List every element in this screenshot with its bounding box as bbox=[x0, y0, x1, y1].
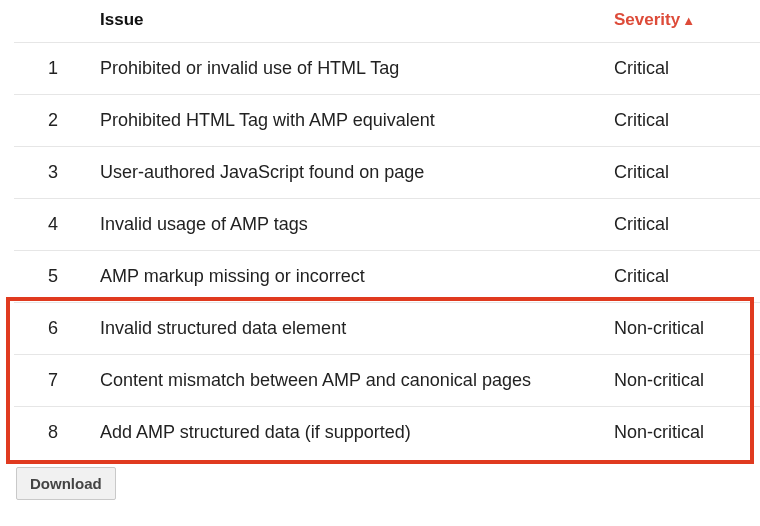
table-row[interactable]: 2Prohibited HTML Tag with AMP equivalent… bbox=[14, 95, 760, 147]
column-header-severity[interactable]: Severity▲ bbox=[606, 6, 760, 43]
row-issue: Prohibited HTML Tag with AMP equivalent bbox=[92, 95, 606, 147]
row-severity: Critical bbox=[606, 43, 760, 95]
row-issue: User-authored JavaScript found on page bbox=[92, 147, 606, 199]
row-issue: AMP markup missing or incorrect bbox=[92, 251, 606, 303]
row-number: 1 bbox=[14, 43, 92, 95]
sort-ascending-icon: ▲ bbox=[682, 13, 695, 28]
table-row[interactable]: 8Add AMP structured data (if supported)N… bbox=[14, 407, 760, 459]
row-severity: Non-critical bbox=[606, 303, 760, 355]
row-issue: Add AMP structured data (if supported) bbox=[92, 407, 606, 459]
row-severity: Critical bbox=[606, 95, 760, 147]
row-number: 3 bbox=[14, 147, 92, 199]
table-row[interactable]: 6Invalid structured data elementNon-crit… bbox=[14, 303, 760, 355]
table-row[interactable]: 5AMP markup missing or incorrectCritical bbox=[14, 251, 760, 303]
row-issue: Prohibited or invalid use of HTML Tag bbox=[92, 43, 606, 95]
row-severity: Non-critical bbox=[606, 355, 760, 407]
row-number: 8 bbox=[14, 407, 92, 459]
download-bar: Download bbox=[14, 465, 746, 500]
row-number: 2 bbox=[14, 95, 92, 147]
column-header-issue[interactable]: Issue bbox=[92, 6, 606, 43]
row-number: 4 bbox=[14, 199, 92, 251]
row-severity: Critical bbox=[606, 147, 760, 199]
row-issue: Invalid structured data element bbox=[92, 303, 606, 355]
row-severity: Critical bbox=[606, 251, 760, 303]
row-number: 5 bbox=[14, 251, 92, 303]
table-header-row: Issue Severity▲ bbox=[14, 6, 760, 43]
row-severity: Non-critical bbox=[606, 407, 760, 459]
download-button[interactable]: Download bbox=[16, 467, 116, 500]
table-row[interactable]: 3User-authored JavaScript found on pageC… bbox=[14, 147, 760, 199]
row-number: 7 bbox=[14, 355, 92, 407]
row-issue: Content mismatch between AMP and canonic… bbox=[92, 355, 606, 407]
page: Issue Severity▲ 1Prohibited or invalid u… bbox=[0, 0, 760, 526]
column-header-number[interactable] bbox=[14, 6, 92, 43]
table-row[interactable]: 4Invalid usage of AMP tagsCritical bbox=[14, 199, 760, 251]
row-number: 6 bbox=[14, 303, 92, 355]
table-row[interactable]: 1Prohibited or invalid use of HTML TagCr… bbox=[14, 43, 760, 95]
table-row[interactable]: 7Content mismatch between AMP and canoni… bbox=[14, 355, 760, 407]
row-severity: Critical bbox=[606, 199, 760, 251]
column-header-severity-label: Severity bbox=[614, 10, 680, 30]
issues-table: Issue Severity▲ 1Prohibited or invalid u… bbox=[14, 6, 760, 458]
row-issue: Invalid usage of AMP tags bbox=[92, 199, 606, 251]
